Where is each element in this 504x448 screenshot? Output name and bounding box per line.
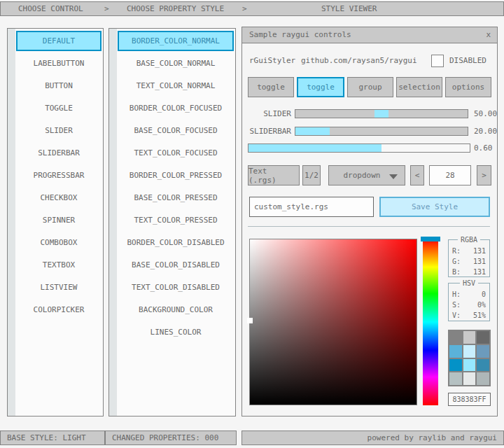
toggle-group: toggletogglegroupselectionoptions — [248, 77, 491, 97]
window-title: Sample raygui controls — [249, 30, 351, 39]
style-color-swatch — [463, 359, 476, 372]
dropdown[interactable]: dropdown — [328, 165, 405, 186]
chevron-right-icon: > — [242, 2, 247, 15]
list-item[interactable]: SPINNER — [16, 210, 102, 230]
half-button[interactable]: 1/2 — [302, 165, 321, 186]
style-color-swatch — [449, 372, 462, 385]
controls-list-panel: DEFAULTLABELBUTTONBUTTONTOGGLESLIDERSLID… — [7, 28, 104, 416]
hue-bar-cursor[interactable] — [421, 237, 440, 241]
breadcrumb-item-choose-control: CHOOSE CONTROL — [18, 2, 83, 15]
text-rgs-button[interactable]: Text (.rgs) — [248, 165, 300, 186]
hsv-values: H:0S:0%V:51% — [449, 284, 489, 321]
style-color-swatch — [477, 345, 489, 358]
rgba-values: R:131G:131B:131 — [449, 240, 489, 277]
list-item[interactable]: CHECKBOX — [16, 188, 102, 208]
spinner-value-box[interactable]: 28 — [429, 165, 471, 186]
list-item[interactable]: BORDER_COLOR_DISABLED — [118, 232, 234, 253]
color-picker-sv-area[interactable] — [249, 239, 417, 405]
toggle-option[interactable]: toggle — [248, 77, 294, 97]
filename-input[interactable]: custom_style.rgs — [249, 197, 374, 217]
disabled-checkbox[interactable] — [431, 55, 444, 67]
list-item[interactable]: DEFAULT — [16, 31, 102, 51]
list-item[interactable]: TEXT_COLOR_PRESSED — [118, 210, 234, 230]
list-item[interactable]: SLIDER — [16, 120, 102, 141]
controls-list: DEFAULTLABELBUTTONBUTTONTOGGLESLIDERSLID… — [16, 31, 102, 322]
properties-list: BORDER_COLOR_NORMALBASE_COLOR_NORMALTEXT… — [118, 31, 234, 344]
toggle-option[interactable]: toggle — [297, 77, 344, 97]
repo-link[interactable]: github.com/raysan5/raygui — [301, 55, 417, 67]
rgba-group-box: RGBA R:131G:131B:131 — [448, 239, 490, 277]
list-item[interactable]: BORDER_COLOR_NORMAL — [118, 31, 234, 51]
value-row: R:131 — [449, 246, 489, 256]
style-color-swatch — [449, 331, 462, 344]
sliderbar-label: SLIDERBAR — [248, 127, 291, 136]
list-item[interactable]: LISTVIEW — [16, 277, 102, 298]
sliderbar-fill — [295, 127, 330, 135]
hsv-group-title: HSV — [460, 279, 478, 287]
spinner-decrement-button[interactable]: < — [410, 165, 424, 186]
slider[interactable] — [295, 109, 468, 118]
style-color-swatch — [477, 372, 489, 385]
style-color-swatch — [449, 359, 462, 372]
list-item[interactable]: BASE_COLOR_NORMAL — [118, 53, 234, 74]
slider-handle[interactable] — [374, 110, 388, 118]
list-item[interactable]: BORDER_COLOR_FOCUSED — [118, 98, 234, 118]
rgba-group-title: RGBA — [458, 236, 480, 244]
list-item[interactable]: LINES_COLOR — [118, 322, 234, 342]
sliderbar[interactable] — [295, 127, 468, 136]
list-item[interactable]: BASE_COLOR_PRESSED — [118, 188, 234, 208]
list-item[interactable]: TOGGLE — [16, 98, 102, 118]
list-item[interactable]: PROGRESSBAR — [16, 165, 102, 186]
list-item[interactable]: BASE_COLOR_DISABLED — [118, 255, 234, 275]
value-row: H:0 — [449, 289, 489, 300]
status-powered-by: powered by raylib and raygui — [241, 430, 504, 445]
toggle-option[interactable]: group — [347, 77, 393, 97]
progressbar — [248, 144, 470, 153]
list-item[interactable]: TEXT_COLOR_FOCUSED — [118, 143, 234, 163]
list-item[interactable]: COMBOBOX — [16, 232, 102, 253]
breadcrumb: CHOOSE CONTROL > CHOOSE PROPERTY STYLE >… — [0, 1, 504, 16]
list-item[interactable]: TEXT_COLOR_NORMAL — [118, 76, 234, 96]
controls-list-scrollbar[interactable] — [8, 29, 15, 416]
list-item[interactable]: TEXT_COLOR_DISABLED — [118, 277, 234, 298]
list-item[interactable]: LABELBUTTON — [16, 53, 102, 74]
chevron-right-icon: > — [104, 2, 109, 15]
slider-value: 50.00 — [474, 109, 497, 118]
style-color-swatch — [477, 359, 489, 372]
style-color-swatch — [463, 345, 476, 358]
style-color-swatch-grid — [448, 330, 491, 386]
toggle-option[interactable]: selection — [396, 77, 442, 97]
list-item[interactable]: COLORPICKER — [16, 300, 102, 320]
status-base-style: BASE STYLE: LIGHT — [0, 430, 105, 445]
progressbar-value: 0.60 — [474, 144, 493, 153]
sliderbar-value: 20.00 — [474, 127, 497, 136]
hex-color-input[interactable]: 838383FF — [448, 393, 491, 406]
value-row: S:0% — [449, 300, 489, 310]
progressbar-fill — [248, 144, 382, 152]
list-item[interactable]: TEXTBOX — [16, 255, 102, 275]
toggle-option[interactable]: options — [445, 77, 491, 97]
list-item[interactable]: SLIDERBAR — [16, 143, 102, 163]
slider-label: SLIDER — [248, 109, 291, 118]
properties-list-scrollbar[interactable] — [109, 29, 117, 416]
status-changed-properties: CHANGED PROPERTIES: 000 — [105, 430, 237, 445]
save-style-button[interactable]: Save Style — [379, 197, 490, 217]
list-item[interactable]: BUTTON — [16, 76, 102, 96]
list-item[interactable]: BORDER_COLOR_PRESSED — [118, 165, 234, 186]
list-item[interactable]: BASE_COLOR_FOCUSED — [118, 120, 234, 141]
color-picker-cursor[interactable] — [247, 318, 253, 323]
breadcrumb-item-style-viewer: STYLE VIEWER — [321, 2, 377, 15]
spinner-increment-button[interactable]: > — [477, 165, 491, 186]
chevron-down-icon — [389, 174, 398, 179]
dropdown-selected-value: dropdown — [344, 171, 381, 180]
hsv-group-box: HSV H:0S:0%V:51% — [448, 283, 490, 321]
style-color-swatch — [449, 345, 462, 358]
style-color-swatch — [477, 331, 489, 344]
hue-bar[interactable] — [423, 239, 438, 405]
close-icon[interactable]: x — [486, 27, 491, 43]
app-name-label: rGuiStyler — [249, 55, 295, 67]
properties-list-panel: BORDER_COLOR_NORMALBASE_COLOR_NORMALTEXT… — [108, 28, 236, 416]
value-row: G:131 — [449, 256, 489, 267]
breadcrumb-item-choose-property-style: CHOOSE PROPERTY STYLE — [127, 2, 224, 15]
list-item[interactable]: BACKGROUND_COLOR — [118, 300, 234, 320]
